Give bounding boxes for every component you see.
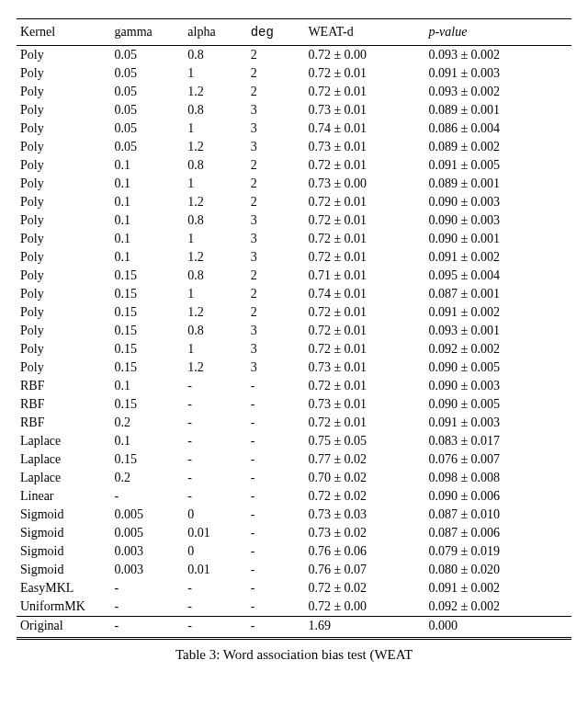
cell: 3	[247, 211, 305, 230]
cell: 0.090 ± 0.003	[424, 193, 571, 211]
cell: 0.090 ± 0.003	[424, 211, 571, 230]
cell: -	[247, 506, 305, 524]
table-row: Poly0.150.820.71 ± 0.010.095 ± 0.004	[17, 267, 571, 285]
cell: 0.74 ± 0.01	[304, 285, 424, 303]
cell: -	[247, 579, 305, 598]
cell: 0.091 ± 0.002	[424, 248, 571, 267]
cell: 1	[184, 230, 246, 248]
cell: 0.73 ± 0.01	[304, 138, 424, 156]
table-row: Poly0.050.830.73 ± 0.010.089 ± 0.001	[17, 101, 571, 120]
cell: 1	[184, 340, 246, 358]
table-row: RBF0.15--0.73 ± 0.010.090 ± 0.005	[17, 395, 571, 414]
cell: -	[247, 395, 305, 414]
cell: 0.15	[111, 285, 185, 303]
cell: Poly	[17, 64, 111, 83]
cell: 0.1	[111, 377, 185, 395]
cell: Laplace	[17, 469, 111, 487]
cell: 0.72 ± 0.01	[304, 303, 424, 322]
cell: 0.72 ± 0.01	[304, 230, 424, 248]
cell: RBF	[17, 395, 111, 414]
col-kernel: Kernel	[17, 19, 111, 46]
cell: 0.8	[184, 101, 246, 120]
table-row: Poly0.051.220.72 ± 0.010.093 ± 0.002	[17, 83, 571, 101]
cell: Poly	[17, 120, 111, 138]
table-row: Sigmoid0.0050.01-0.73 ± 0.020.087 ± 0.00…	[17, 524, 571, 542]
table-row: Poly0.1120.73 ± 0.000.089 ± 0.001	[17, 175, 571, 193]
cell: Poly	[17, 248, 111, 267]
cell: 0.8	[184, 46, 246, 65]
cell: 0.8	[184, 156, 246, 175]
cell: Poly	[17, 156, 111, 175]
cell: 0.72 ± 0.02	[304, 487, 424, 506]
cell: 0.15	[111, 358, 185, 377]
cell: -	[184, 414, 246, 432]
cell: Poly	[17, 83, 111, 101]
cell: 0.77 ± 0.02	[304, 450, 424, 469]
cell: Laplace	[17, 450, 111, 469]
cell: -	[184, 450, 246, 469]
cell: 0.15	[111, 267, 185, 285]
table-row: RBF0.2--0.72 ± 0.010.091 ± 0.003	[17, 414, 571, 432]
cell: 0.093 ± 0.001	[424, 322, 571, 340]
cell: 0.72 ± 0.01	[304, 211, 424, 230]
cell: 1.2	[184, 248, 246, 267]
cell: 3	[247, 358, 305, 377]
cell: Poly	[17, 211, 111, 230]
cell: 0.72 ± 0.01	[304, 377, 424, 395]
table-row: Poly0.15120.74 ± 0.010.087 ± 0.001	[17, 285, 571, 303]
cell: Poly	[17, 340, 111, 358]
cell: -	[111, 487, 185, 506]
cell: 0.05	[111, 138, 185, 156]
cell: 0.73 ± 0.01	[304, 358, 424, 377]
cell: 0.091 ± 0.002	[424, 303, 571, 322]
cell: 0.1	[111, 193, 185, 211]
cell: 0.089 ± 0.001	[424, 175, 571, 193]
cell: 0.15	[111, 450, 185, 469]
header-row: Kernel gamma alpha deg WEAT-d p-value	[17, 19, 571, 46]
table-row: Poly0.11.230.72 ± 0.010.091 ± 0.002	[17, 248, 571, 267]
cell: -	[247, 561, 305, 579]
cell: 2	[247, 285, 305, 303]
cell: 0.1	[111, 248, 185, 267]
cell: 0.72 ± 0.00	[304, 598, 424, 617]
cell: 0.72 ± 0.01	[304, 156, 424, 175]
cell: -	[184, 395, 246, 414]
cell: 1	[184, 64, 246, 83]
cell: -	[184, 617, 246, 639]
cell: 2	[247, 193, 305, 211]
cell: 0.05	[111, 83, 185, 101]
table-row: Poly0.10.820.72 ± 0.010.091 ± 0.005	[17, 156, 571, 175]
col-deg: deg	[247, 19, 305, 46]
cell: 0.003	[111, 542, 185, 561]
cell: 0.74 ± 0.01	[304, 120, 424, 138]
table-row: Sigmoid0.0030.01-0.76 ± 0.070.080 ± 0.02…	[17, 561, 571, 579]
results-table: Kernel gamma alpha deg WEAT-d p-value Po…	[17, 18, 571, 640]
cell: 0.72 ± 0.01	[304, 340, 424, 358]
cell: 1.2	[184, 358, 246, 377]
table-row: Poly0.150.830.72 ± 0.010.093 ± 0.001	[17, 322, 571, 340]
cell: 0.76 ± 0.06	[304, 542, 424, 561]
cell: 0.005	[111, 524, 185, 542]
cell: 1	[184, 120, 246, 138]
cell: 0.086 ± 0.004	[424, 120, 571, 138]
cell: 0.091 ± 0.005	[424, 156, 571, 175]
table-row: Poly0.050.820.72 ± 0.000.093 ± 0.002	[17, 46, 571, 65]
cell: 0	[184, 542, 246, 561]
cell: 0.083 ± 0.017	[424, 432, 571, 450]
table-row: Sigmoid0.0030-0.76 ± 0.060.079 ± 0.019	[17, 542, 571, 561]
cell: -	[184, 579, 246, 598]
cell: Sigmoid	[17, 542, 111, 561]
table-row: Laplace0.2--0.70 ± 0.020.098 ± 0.008	[17, 469, 571, 487]
cell: Sigmoid	[17, 561, 111, 579]
cell: Poly	[17, 358, 111, 377]
cell: Poly	[17, 101, 111, 120]
cell: RBF	[17, 377, 111, 395]
cell: 3	[247, 230, 305, 248]
cell: Sigmoid	[17, 506, 111, 524]
cell: 2	[247, 156, 305, 175]
cell: -	[111, 579, 185, 598]
cell: 1.2	[184, 303, 246, 322]
cell: 2	[247, 303, 305, 322]
cell: 0.01	[184, 561, 246, 579]
cell: -	[184, 598, 246, 617]
